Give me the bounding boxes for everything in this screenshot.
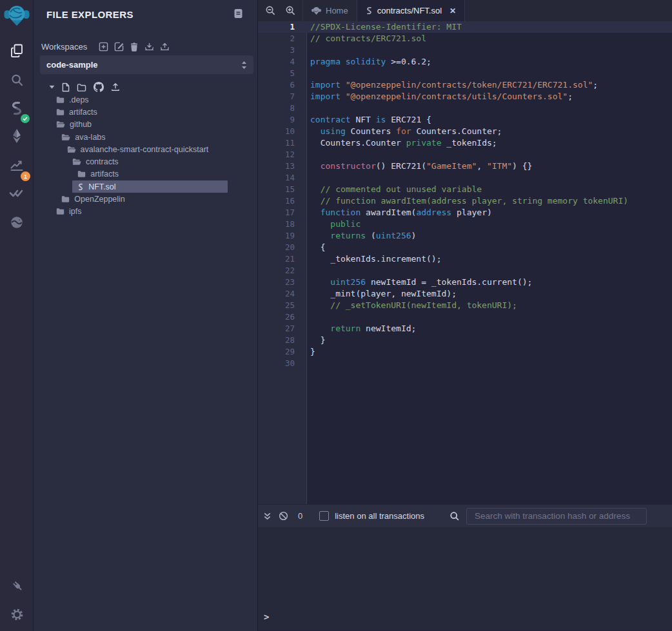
file-tree: .depsartifactsgithubava-labsavalanche-sm… bbox=[34, 93, 258, 218]
line-number: 26 bbox=[258, 311, 307, 323]
terminal-output[interactable]: > bbox=[258, 527, 672, 630]
code-line-5[interactable]: 5 bbox=[258, 68, 672, 79]
tree-item-label: ipfs bbox=[69, 207, 81, 216]
terminal: 0 listen on all transactions > bbox=[258, 504, 672, 631]
tab-home[interactable]: Home bbox=[302, 0, 357, 21]
terminal-search-input[interactable] bbox=[466, 508, 647, 525]
zoom-out-button[interactable] bbox=[261, 0, 281, 21]
download-workspaces-button[interactable] bbox=[144, 42, 154, 52]
tree-item-openzeppelin[interactable]: OpenZeppelin bbox=[34, 193, 258, 205]
tree-item-ava-labs[interactable]: ava-labs bbox=[34, 131, 258, 143]
collapse-tree-button[interactable] bbox=[49, 85, 55, 89]
sidebar-item-sourcify[interactable] bbox=[0, 209, 34, 235]
folder-closed-icon bbox=[61, 195, 70, 203]
sidebar-item-solidity-compiler[interactable] bbox=[0, 95, 34, 121]
block-transactions-icon[interactable] bbox=[279, 511, 288, 521]
solidity-compiler-icon bbox=[9, 101, 25, 116]
code-line-6[interactable]: 6import "@openzeppelin/contracts/token/E… bbox=[258, 79, 672, 91]
code-line-15[interactable]: 15 // commented out unused variable bbox=[258, 184, 672, 195]
code-line-11[interactable]: 11 Counters.Counter private _tokenIds; bbox=[258, 137, 672, 149]
code-editor[interactable]: 1//SPDX-License-Identifier: MIT2// contr… bbox=[258, 21, 672, 504]
tree-item-contracts[interactable]: contracts bbox=[34, 155, 258, 168]
remix-ide: 1 bbox=[0, 0, 672, 631]
code-line-7[interactable]: 7import "@openzeppelin/contracts/utils/C… bbox=[258, 91, 672, 102]
code-line-27[interactable]: 27 return newItemId; bbox=[258, 323, 672, 335]
tab-bar: Home contracts/NFT.sol ✕ bbox=[258, 0, 672, 21]
code-line-20[interactable]: 20 { bbox=[258, 242, 672, 253]
publish-to-gist-button[interactable] bbox=[111, 83, 120, 92]
tab-home-label: Home bbox=[326, 6, 348, 15]
tree-item-label: .deps bbox=[69, 95, 89, 104]
code-text: returns (uint256) bbox=[307, 230, 416, 242]
tab-nft-label: contracts/NFT.sol bbox=[377, 6, 442, 15]
code-line-19[interactable]: 19 returns (uint256) bbox=[258, 230, 672, 242]
tree-item-avalanche-smart-contract-quickstart[interactable]: avalanche-smart-contract-quickstart bbox=[34, 143, 258, 155]
terminal-expand-button[interactable] bbox=[263, 512, 272, 521]
workspace-select[interactable]: code-sample bbox=[40, 55, 253, 74]
sidebar-item-settings[interactable] bbox=[0, 601, 34, 627]
line-number: 11 bbox=[258, 137, 307, 149]
listen-checkbox[interactable] bbox=[319, 511, 329, 521]
line-number: 16 bbox=[258, 195, 307, 207]
tree-item-ipfs[interactable]: ipfs bbox=[34, 206, 258, 218]
terminal-search-icon bbox=[450, 511, 460, 521]
code-line-13[interactable]: 13 constructor() ERC721("GameItem", "ITM… bbox=[258, 160, 672, 172]
code-line-12[interactable]: 12 bbox=[258, 149, 672, 160]
tree-item-nft-sol[interactable]: NFT.sol bbox=[34, 180, 258, 193]
tree-item-label: contracts bbox=[86, 157, 119, 166]
terminal-header: 0 listen on all transactions bbox=[258, 504, 672, 527]
tree-item-label: OpenZeppelin bbox=[74, 195, 125, 204]
changelog-icon[interactable] bbox=[233, 8, 243, 21]
rename-workspace-button[interactable] bbox=[114, 42, 124, 52]
code-line-28[interactable]: 28 } bbox=[258, 335, 672, 346]
code-line-22[interactable]: 22 bbox=[258, 265, 672, 277]
code-line-21[interactable]: 21 _tokenIds.increment(); bbox=[258, 253, 672, 265]
code-line-30[interactable]: 30 bbox=[258, 358, 672, 369]
code-line-14[interactable]: 14 bbox=[258, 172, 672, 184]
code-line-4[interactable]: 4pragma solidity >=0.6.2; bbox=[258, 56, 672, 68]
code-text: } bbox=[307, 346, 315, 358]
code-text: contract NFT is ERC721 { bbox=[307, 114, 431, 126]
line-number: 3 bbox=[258, 44, 307, 56]
code-line-18[interactable]: 18 public bbox=[258, 218, 672, 230]
sidebar-item-deploy-and-run[interactable] bbox=[0, 123, 34, 149]
code-line-24[interactable]: 24 _mint(player, newItemId); bbox=[258, 288, 672, 300]
remix-logo-icon[interactable] bbox=[4, 4, 30, 28]
code-line-2[interactable]: 2// contracts/ERC721.sol bbox=[258, 33, 672, 44]
folder-open-icon bbox=[72, 158, 81, 166]
sidebar-item-unit-testing[interactable] bbox=[0, 180, 34, 206]
code-line-25[interactable]: 25 // _setTokenURI(newItemId, tokenURI); bbox=[258, 300, 672, 311]
sidebar-item-file-explorer[interactable] bbox=[0, 38, 34, 64]
new-file-button[interactable] bbox=[62, 83, 70, 92]
new-folder-button[interactable] bbox=[77, 83, 86, 92]
close-tab-icon[interactable]: ✕ bbox=[450, 6, 456, 15]
tree-item-artifacts[interactable]: artifacts bbox=[34, 168, 258, 180]
tab-contracts-nft-sol[interactable]: contracts/NFT.sol ✕ bbox=[357, 0, 465, 21]
code-text: uint256 newItemId = _tokenIds.current(); bbox=[307, 277, 532, 288]
code-line-8[interactable]: 8 bbox=[258, 102, 672, 114]
sidebar-item-analytics[interactable]: 1 bbox=[0, 151, 34, 177]
code-line-3[interactable]: 3 bbox=[258, 44, 672, 56]
code-line-10[interactable]: 10 using Counters for Counters.Counter; bbox=[258, 126, 672, 137]
create-workspace-button[interactable] bbox=[99, 42, 108, 52]
tree-item--deps[interactable]: .deps bbox=[34, 93, 258, 106]
ethereum-icon bbox=[10, 128, 24, 144]
tree-item-label: github bbox=[70, 120, 92, 129]
delete-workspace-button[interactable] bbox=[130, 42, 139, 52]
code-line-29[interactable]: 29} bbox=[258, 346, 672, 358]
code-line-23[interactable]: 23 uint256 newItemId = _tokenIds.current… bbox=[258, 277, 672, 288]
transaction-count: 0 bbox=[298, 511, 302, 521]
clone-github-button[interactable] bbox=[94, 82, 104, 92]
code-line-17[interactable]: 17 function awardItem(address player) bbox=[258, 207, 672, 218]
restore-workspaces-button[interactable] bbox=[160, 42, 170, 52]
code-line-9[interactable]: 9contract NFT is ERC721 { bbox=[258, 114, 672, 126]
code-text: public bbox=[307, 218, 361, 230]
code-line-16[interactable]: 16 // function awardItem(address player,… bbox=[258, 195, 672, 207]
sidebar-item-plugin-manager[interactable] bbox=[0, 572, 34, 598]
code-line-26[interactable]: 26 bbox=[258, 311, 672, 323]
tree-item-artifacts[interactable]: artifacts bbox=[34, 106, 258, 118]
code-line-1[interactable]: 1//SPDX-License-Identifier: MIT bbox=[258, 21, 672, 33]
sidebar-item-search[interactable] bbox=[0, 67, 34, 93]
tree-item-github[interactable]: github bbox=[34, 119, 258, 131]
zoom-in-button[interactable] bbox=[281, 0, 301, 21]
